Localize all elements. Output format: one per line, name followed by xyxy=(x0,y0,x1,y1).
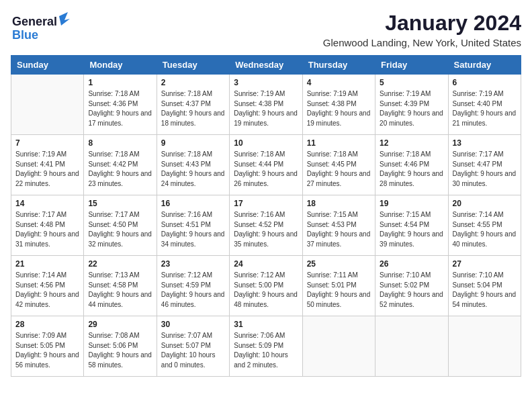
calendar-day: 23Sunrise: 7:12 AMSunset: 4:59 PMDayligh… xyxy=(157,256,229,316)
day-info: Sunrise: 7:11 AMSunset: 5:01 PMDaylight:… xyxy=(307,271,371,310)
day-info: Sunrise: 7:06 AMSunset: 5:09 PMDaylight:… xyxy=(234,331,298,370)
day-number: 17 xyxy=(234,199,298,208)
calendar-day: 7Sunrise: 7:19 AMSunset: 4:41 PMDaylight… xyxy=(11,135,84,195)
day-info: Sunrise: 7:18 AMSunset: 4:46 PMDaylight:… xyxy=(380,150,443,189)
calendar-day: 17Sunrise: 7:16 AMSunset: 4:52 PMDayligh… xyxy=(230,195,302,256)
day-info: Sunrise: 7:17 AMSunset: 4:48 PMDaylight:… xyxy=(15,210,79,249)
day-info: Sunrise: 7:18 AMSunset: 4:37 PMDaylight:… xyxy=(161,89,225,128)
calendar-day: 26Sunrise: 7:10 AMSunset: 5:02 PMDayligh… xyxy=(375,256,448,316)
day-info: Sunrise: 7:14 AMSunset: 4:56 PMDaylight:… xyxy=(15,271,79,310)
day-number: 2 xyxy=(161,78,225,87)
day-number: 14 xyxy=(15,199,79,208)
calendar-day: 15Sunrise: 7:17 AMSunset: 4:50 PMDayligh… xyxy=(84,195,157,256)
calendar-week-1: 1Sunrise: 7:18 AMSunset: 4:36 PMDaylight… xyxy=(11,75,521,135)
day-info: Sunrise: 7:14 AMSunset: 4:55 PMDaylight:… xyxy=(453,210,517,249)
day-info: Sunrise: 7:09 AMSunset: 5:05 PMDaylight:… xyxy=(15,331,79,370)
day-number: 13 xyxy=(453,138,517,148)
calendar-day: 3Sunrise: 7:19 AMSunset: 4:38 PMDaylight… xyxy=(230,75,302,135)
calendar-day: 28Sunrise: 7:09 AMSunset: 5:05 PMDayligh… xyxy=(11,316,84,377)
day-number: 21 xyxy=(15,259,79,269)
day-info: Sunrise: 7:19 AMSunset: 4:40 PMDaylight:… xyxy=(453,89,517,128)
day-info: Sunrise: 7:19 AMSunset: 4:39 PMDaylight:… xyxy=(380,89,443,128)
calendar-day: 20Sunrise: 7:14 AMSunset: 4:55 PMDayligh… xyxy=(448,195,521,256)
day-number: 19 xyxy=(380,199,443,208)
calendar-day: 5Sunrise: 7:19 AMSunset: 4:39 PMDaylight… xyxy=(375,75,448,135)
day-number: 30 xyxy=(161,320,225,329)
day-info: Sunrise: 7:15 AMSunset: 4:54 PMDaylight:… xyxy=(380,210,443,249)
day-info: Sunrise: 7:08 AMSunset: 5:06 PMDaylight:… xyxy=(88,331,152,370)
logo: General Blue xyxy=(11,11,71,47)
calendar-day: 1Sunrise: 7:18 AMSunset: 4:36 PMDaylight… xyxy=(84,75,157,135)
weekday-header-thursday: Thursday xyxy=(302,56,375,75)
day-number: 27 xyxy=(453,259,517,269)
calendar-day: 22Sunrise: 7:13 AMSunset: 4:58 PMDayligh… xyxy=(84,256,157,316)
day-number: 16 xyxy=(161,199,225,208)
day-info: Sunrise: 7:19 AMSunset: 4:41 PMDaylight:… xyxy=(15,150,79,189)
day-number: 12 xyxy=(380,138,443,148)
weekday-header-saturday: Saturday xyxy=(448,56,521,75)
calendar-week-4: 21Sunrise: 7:14 AMSunset: 4:56 PMDayligh… xyxy=(11,256,521,316)
weekday-header-wednesday: Wednesday xyxy=(230,56,302,75)
calendar-day: 30Sunrise: 7:07 AMSunset: 5:07 PMDayligh… xyxy=(157,316,229,377)
day-info: Sunrise: 7:18 AMSunset: 4:42 PMDaylight:… xyxy=(88,150,152,189)
day-number: 8 xyxy=(88,138,152,148)
day-number: 3 xyxy=(234,78,298,87)
day-number: 25 xyxy=(307,259,371,269)
day-number: 26 xyxy=(380,259,443,269)
day-number: 10 xyxy=(234,138,298,148)
day-number: 6 xyxy=(453,78,517,87)
day-info: Sunrise: 7:16 AMSunset: 4:52 PMDaylight:… xyxy=(234,210,298,249)
calendar-day: 2Sunrise: 7:18 AMSunset: 4:37 PMDaylight… xyxy=(157,75,229,135)
weekday-header-row: SundayMondayTuesdayWednesdayThursdayFrid… xyxy=(11,56,521,75)
calendar-day xyxy=(375,316,448,377)
calendar-week-5: 28Sunrise: 7:09 AMSunset: 5:05 PMDayligh… xyxy=(11,316,521,377)
day-info: Sunrise: 7:19 AMSunset: 4:38 PMDaylight:… xyxy=(234,89,298,128)
calendar-day: 11Sunrise: 7:18 AMSunset: 4:45 PMDayligh… xyxy=(302,135,375,195)
svg-text:Blue: Blue xyxy=(12,28,38,42)
svg-text:General: General xyxy=(12,15,57,28)
calendar-day: 4Sunrise: 7:19 AMSunset: 4:38 PMDaylight… xyxy=(302,75,375,135)
calendar-day: 25Sunrise: 7:11 AMSunset: 5:01 PMDayligh… xyxy=(302,256,375,316)
weekday-header-friday: Friday xyxy=(375,56,448,75)
calendar-table: SundayMondayTuesdayWednesdayThursdayFrid… xyxy=(11,55,521,377)
calendar-day: 6Sunrise: 7:19 AMSunset: 4:40 PMDaylight… xyxy=(448,75,521,135)
calendar-day: 24Sunrise: 7:12 AMSunset: 5:00 PMDayligh… xyxy=(230,256,302,316)
svg-marker-2 xyxy=(59,12,70,26)
location-title: Glenwood Landing, New York, United State… xyxy=(323,37,521,48)
weekday-header-monday: Monday xyxy=(84,56,157,75)
calendar-day xyxy=(448,316,521,377)
calendar-day: 16Sunrise: 7:16 AMSunset: 4:51 PMDayligh… xyxy=(157,195,229,256)
day-number: 1 xyxy=(88,78,152,87)
day-info: Sunrise: 7:13 AMSunset: 4:58 PMDaylight:… xyxy=(88,271,152,310)
day-number: 7 xyxy=(15,138,79,148)
day-number: 29 xyxy=(88,320,152,329)
day-info: Sunrise: 7:10 AMSunset: 5:04 PMDaylight:… xyxy=(453,271,517,310)
calendar-day: 10Sunrise: 7:18 AMSunset: 4:44 PMDayligh… xyxy=(230,135,302,195)
calendar-day: 31Sunrise: 7:06 AMSunset: 5:09 PMDayligh… xyxy=(230,316,302,377)
day-info: Sunrise: 7:12 AMSunset: 5:00 PMDaylight:… xyxy=(234,271,298,310)
calendar-day: 12Sunrise: 7:18 AMSunset: 4:46 PMDayligh… xyxy=(375,135,448,195)
day-info: Sunrise: 7:18 AMSunset: 4:44 PMDaylight:… xyxy=(234,150,298,189)
day-info: Sunrise: 7:15 AMSunset: 4:53 PMDaylight:… xyxy=(307,210,371,249)
calendar-day: 13Sunrise: 7:17 AMSunset: 4:47 PMDayligh… xyxy=(448,135,521,195)
month-title: January 2024 xyxy=(323,11,521,36)
logo-svg: General Blue xyxy=(11,11,71,44)
calendar-day: 19Sunrise: 7:15 AMSunset: 4:54 PMDayligh… xyxy=(375,195,448,256)
calendar-day: 9Sunrise: 7:18 AMSunset: 4:43 PMDaylight… xyxy=(157,135,229,195)
calendar-day: 29Sunrise: 7:08 AMSunset: 5:06 PMDayligh… xyxy=(84,316,157,377)
day-number: 23 xyxy=(161,259,225,269)
day-number: 15 xyxy=(88,199,152,208)
day-number: 4 xyxy=(307,78,371,87)
day-number: 11 xyxy=(307,138,371,148)
day-info: Sunrise: 7:17 AMSunset: 4:47 PMDaylight:… xyxy=(453,150,517,189)
day-number: 20 xyxy=(453,199,517,208)
day-number: 28 xyxy=(15,320,79,329)
day-info: Sunrise: 7:18 AMSunset: 4:45 PMDaylight:… xyxy=(307,150,371,189)
weekday-header-tuesday: Tuesday xyxy=(157,56,229,75)
calendar-day: 8Sunrise: 7:18 AMSunset: 4:42 PMDaylight… xyxy=(84,135,157,195)
calendar-day xyxy=(302,316,375,377)
day-info: Sunrise: 7:12 AMSunset: 4:59 PMDaylight:… xyxy=(161,271,225,310)
day-number: 31 xyxy=(234,320,298,329)
day-number: 22 xyxy=(88,259,152,269)
calendar-day: 27Sunrise: 7:10 AMSunset: 5:04 PMDayligh… xyxy=(448,256,521,316)
